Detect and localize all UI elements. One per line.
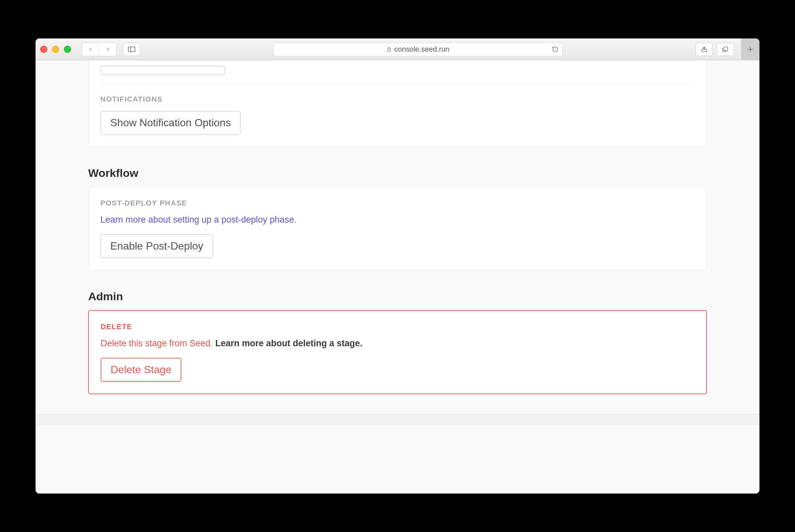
bottom-strip (36, 414, 759, 425)
previous-button-partial[interactable] (100, 66, 225, 75)
back-button[interactable] (82, 43, 99, 56)
close-window-button[interactable] (40, 46, 48, 53)
enable-post-deploy-button[interactable]: Enable Post-Deploy (100, 234, 213, 258)
minimize-window-button[interactable] (52, 46, 59, 53)
svg-rect-2 (388, 49, 391, 51)
new-tab-button[interactable]: + (741, 38, 759, 60)
browser-window: console.seed.run + NOTIFICATIONS (36, 38, 759, 494)
svg-rect-0 (128, 47, 135, 52)
address-url: console.seed.run (386, 45, 449, 54)
show-notification-options-button[interactable]: Show Notification Options (100, 111, 241, 135)
tabs-button[interactable] (717, 43, 734, 56)
reload-button[interactable] (552, 46, 558, 53)
page-content: NOTIFICATIONS Show Notification Options … (88, 60, 707, 394)
forward-button[interactable] (99, 43, 116, 56)
delete-desc-row: Delete this stage from Seed. Learn more … (101, 338, 694, 348)
svg-rect-4 (724, 47, 728, 51)
address-bar[interactable]: console.seed.run (273, 42, 563, 56)
maximize-window-button[interactable] (64, 46, 71, 53)
toolbar-right (696, 43, 734, 56)
divider (100, 83, 695, 84)
notifications-card: NOTIFICATIONS Show Notification Options (88, 60, 707, 147)
delete-card: DELETE Delete this stage from Seed. Lear… (88, 310, 707, 394)
post-deploy-learn-link[interactable]: Learn more about setting up a post-deplo… (100, 215, 296, 225)
delete-desc: Delete this stage from Seed. (101, 338, 213, 348)
admin-heading: Admin (88, 290, 707, 303)
notifications-label: NOTIFICATIONS (100, 95, 695, 103)
url-text: console.seed.run (394, 45, 449, 54)
page-viewport: NOTIFICATIONS Show Notification Options … (36, 60, 759, 494)
nav-buttons (81, 42, 116, 56)
workflow-card: POST-DEPLOY PHASE Learn more about setti… (88, 187, 707, 270)
workflow-heading: Workflow (88, 167, 707, 179)
delete-stage-button[interactable]: Delete Stage (101, 358, 181, 382)
share-button[interactable] (696, 43, 713, 56)
lock-icon (386, 47, 392, 52)
address-bar-wrap: console.seed.run (144, 42, 692, 56)
browser-titlebar: console.seed.run + (36, 38, 759, 60)
window-controls (40, 46, 71, 53)
delete-learn-link[interactable]: Learn more about deleting a stage. (215, 338, 362, 348)
sidebar-toggle-button[interactable] (123, 43, 140, 56)
post-deploy-label: POST-DEPLOY PHASE (100, 199, 695, 208)
delete-label: DELETE (101, 323, 694, 331)
